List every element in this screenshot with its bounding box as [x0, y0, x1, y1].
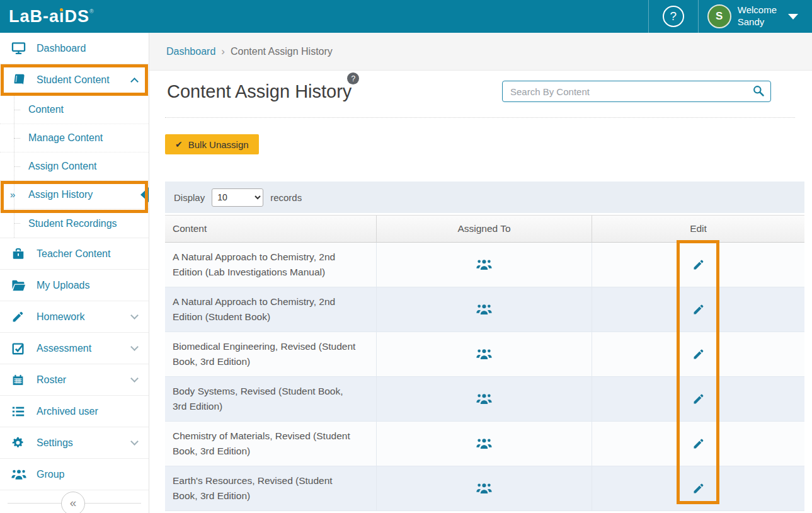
bulk-unassign-button[interactable]: ✔ Bulk Unassign	[165, 134, 259, 154]
records-display-bar: Display 10 records	[165, 182, 804, 213]
folder-open-icon	[11, 279, 27, 292]
search-box	[502, 81, 771, 102]
title-help-icon[interactable]: ?	[347, 72, 359, 84]
check-icon: ✔	[175, 139, 183, 149]
check-square-icon	[11, 342, 27, 355]
logo-i: i	[59, 7, 65, 26]
sidebar-item-assign-content[interactable]: Assign Content	[0, 153, 149, 181]
table-row: Earth's Resources, Revised (Student Book…	[165, 466, 804, 511]
column-header-content[interactable]: Content	[165, 216, 377, 242]
chevron-down-icon	[130, 311, 139, 320]
double-left-angle-icon: «	[70, 496, 77, 510]
question-circle-icon: ?	[663, 6, 684, 27]
table-header-row: Content Assigned To Edit	[165, 215, 804, 243]
assigned-to-cell	[377, 243, 592, 287]
assigned-to-cell	[377, 422, 592, 466]
pencil-icon[interactable]	[692, 303, 705, 316]
edit-cell	[592, 332, 804, 376]
sidebar: Dashboard Student Content Content Manage…	[0, 33, 149, 513]
chevron-down-icon	[130, 437, 139, 446]
page-title: Content Assign History	[167, 81, 352, 101]
edit-cell	[592, 422, 804, 466]
users-group-icon[interactable]	[476, 349, 492, 360]
column-header-assigned-to[interactable]: Assigned To	[377, 216, 592, 242]
help-button[interactable]: ?	[649, 0, 698, 33]
user-menu[interactable]: S Welcome Sandy	[699, 4, 802, 28]
content-cell: Chemistry of Materials, Revised (Student…	[165, 422, 377, 466]
sidebar-item-archived-user[interactable]: Archived user	[0, 396, 149, 427]
sidebar-label: Archived user	[37, 406, 98, 417]
sidebar-label: My Uploads	[37, 280, 89, 291]
sidebar-item-settings[interactable]: Settings	[0, 427, 149, 459]
sidebar-label: Content	[28, 104, 64, 115]
pencil-icon[interactable]	[692, 348, 705, 360]
avatar: S	[707, 4, 731, 28]
content-cell: A Natural Approach to Chemistry, 2nd Edi…	[165, 243, 377, 287]
breadcrumb: Dashboard › Content Assign History	[149, 33, 812, 71]
top-bar: LaB-aiDS® ? S Welcome Sandy	[0, 0, 812, 33]
briefcase-icon	[11, 247, 27, 261]
sidebar-item-assessment[interactable]: Assessment	[0, 333, 149, 364]
sidebar-item-roster[interactable]: Roster	[0, 364, 149, 396]
content-area: Content Assign History ? ✔ Bulk Unassign…	[149, 81, 812, 511]
assign-history-table: Content Assigned To Edit A Natural Appro…	[165, 215, 804, 511]
users-group-icon[interactable]	[476, 393, 492, 405]
sidebar-item-content[interactable]: Content	[0, 96, 149, 124]
main-area: Dashboard › Content Assign History Conte…	[149, 33, 812, 513]
breadcrumb-dashboard-link[interactable]: Dashboard	[166, 46, 215, 57]
pencil-icon[interactable]	[692, 437, 705, 450]
records-per-page-select[interactable]: 10	[212, 188, 263, 207]
sidebar-item-student-recordings[interactable]: Student Recordings	[0, 209, 149, 238]
caret-down-icon	[788, 14, 798, 20]
sidebar-label: Teacher Content	[37, 248, 110, 260]
table-row: Body Systems, Revised (Student Book, 3rd…	[165, 377, 804, 422]
sidebar-label: Group	[37, 469, 64, 480]
list-icon	[11, 405, 27, 418]
monitor-icon	[11, 42, 27, 55]
pencil-icon[interactable]	[692, 393, 705, 405]
content-cell: Biomedical Engineering, Revised (Student…	[165, 332, 377, 376]
users-group-icon[interactable]	[476, 304, 492, 315]
logo-text-2: DS	[65, 7, 90, 26]
users-group-icon[interactable]	[476, 483, 492, 494]
logo-text: LaB-a	[9, 7, 59, 26]
column-header-edit[interactable]: Edit	[592, 216, 804, 242]
users-group-icon	[11, 469, 27, 480]
table-row: Chemistry of Materials, Revised (Student…	[165, 422, 804, 466]
edit-cell	[592, 243, 804, 287]
breadcrumb-current: Content Assign History	[231, 46, 333, 57]
sidebar-item-manage-content[interactable]: Manage Content	[0, 124, 149, 153]
sidebar-label: Assessment	[37, 343, 91, 354]
chevron-down-icon	[130, 343, 139, 351]
sidebar-item-homework[interactable]: Homework	[0, 301, 149, 333]
active-item-arrow-icon	[140, 187, 149, 202]
search-input[interactable]	[502, 81, 771, 102]
lab-aids-logo: LaB-aiDS®	[9, 7, 94, 26]
edit-cell	[592, 287, 804, 331]
records-label: records	[270, 192, 302, 203]
pencil-icon[interactable]	[692, 258, 705, 271]
double-chevron-icon: »	[10, 189, 15, 200]
pencil-icon	[11, 310, 27, 323]
search-icon[interactable]	[752, 84, 765, 97]
pencil-icon[interactable]	[692, 482, 705, 495]
edit-cell	[592, 377, 804, 421]
users-group-icon[interactable]	[476, 259, 492, 270]
welcome-text: Welcome Sandy	[738, 4, 777, 28]
sidebar-label: Assign Content	[28, 161, 97, 172]
sidebar-item-assign-history[interactable]: » Assign History	[0, 181, 149, 209]
table-row: A Natural Approach to Chemistry, 2nd Edi…	[165, 287, 804, 332]
users-group-icon[interactable]	[476, 438, 492, 449]
sidebar-item-teacher-content[interactable]: Teacher Content	[0, 238, 149, 270]
sidebar-collapse-button[interactable]: «	[61, 492, 85, 513]
content-cell: Earth's Resources, Revised (Student Book…	[165, 466, 377, 510]
sidebar-item-dashboard[interactable]: Dashboard	[0, 33, 149, 64]
table-row: Biomedical Engineering, Revised (Student…	[165, 332, 804, 377]
sidebar-item-group[interactable]: Group	[0, 459, 149, 490]
sidebar-item-my-uploads[interactable]: My Uploads	[0, 270, 149, 301]
edit-cell	[592, 466, 804, 510]
sidebar-item-student-content[interactable]: Student Content	[0, 64, 149, 96]
assigned-to-cell	[377, 377, 592, 421]
gear-icon	[11, 436, 27, 449]
chevron-up-icon	[130, 78, 139, 86]
